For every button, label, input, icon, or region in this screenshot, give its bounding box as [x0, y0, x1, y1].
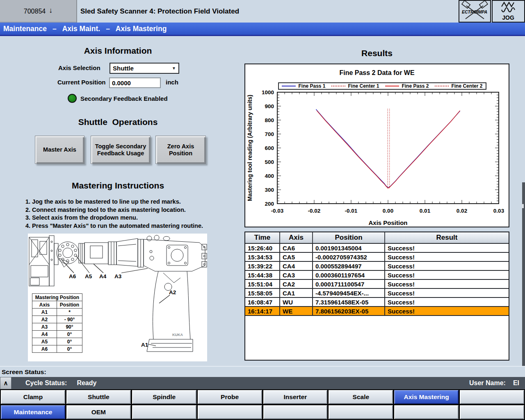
breadcrumb-axis-maint: Axis Maint.	[62, 25, 100, 33]
instruction-step: 3. Select axis from the dropdown menu.	[25, 214, 212, 222]
cycle-status-label: Cycle Status:	[25, 379, 67, 387]
secondary-feedback-label: Secondary Feedback Enabled	[80, 95, 168, 102]
result-row[interactable]: 15:39:22CA40.000552894497Success!	[245, 261, 509, 270]
mp-axis-cell: A6	[32, 345, 57, 353]
nav-empty-slot	[198, 405, 262, 419]
legend-item: Fine Center 1	[331, 83, 379, 89]
mp-position-cell: *	[57, 309, 82, 316]
mp-position-cell: 0°	[57, 331, 82, 338]
result-row[interactable]: 15:34:53CA5-0.0002705974352Success!	[245, 252, 509, 261]
toggle-secondary-feedback-button[interactable]: Toggle Secondary Feedback Usage	[91, 136, 151, 164]
result-cell: Success!	[385, 288, 509, 297]
nav-axis-mastering-button[interactable]: Axis Mastering	[394, 390, 459, 404]
master-axis-button[interactable]: Master Axis	[35, 136, 84, 164]
result-row[interactable]: 15:58:05CA1-4.579409454EX-...Success!	[245, 288, 509, 297]
result-cell: -4.579409454EX-...	[313, 288, 385, 297]
result-row[interactable]: 15:51:04CA20.0001711100547Success!	[245, 279, 509, 288]
result-cell: 15:44:38	[245, 270, 280, 279]
result-cell: 0.0001711100547	[313, 279, 385, 288]
result-cell: Success!	[385, 306, 509, 316]
result-cell: 15:34:53	[245, 252, 280, 261]
result-cell: -0.0002705974352	[313, 252, 385, 261]
nav-maintenance-button[interactable]: Maintenance	[1, 405, 65, 419]
result-row[interactable]: 15:26:40CA60.001901345004Success!	[245, 243, 509, 252]
current-position-field[interactable]: 0.0000	[109, 77, 161, 88]
mp-axis-cell: A5	[32, 338, 57, 345]
result-cell: 7.315961458EX-05	[313, 297, 385, 306]
result-cell: 16:08:47	[245, 297, 280, 306]
result-cell: 15:39:22	[245, 261, 280, 270]
screen-status-label: Screen Status:	[2, 368, 46, 376]
result-cell: Success!	[385, 261, 509, 270]
result-cell: Success!	[385, 297, 509, 306]
results-table: TimeAxisPositionResult 15:26:40CA60.0019…	[245, 232, 509, 316]
mp-row: A40°	[32, 331, 82, 338]
alarm-dropdown-arrow-icon[interactable]: ↓	[49, 6, 52, 15]
robot-diagram: KUKA A6 A5 A4 A3 A2 A1 Masterin	[28, 234, 207, 361]
y-tick-label: 800	[265, 117, 274, 123]
electroimpact-tools-button[interactable]: ECTROIMPA	[459, 0, 491, 23]
result-cell: CA6	[280, 243, 313, 252]
mp-position-header: Position	[57, 301, 82, 309]
mastering-position-title: Mastering Position	[32, 294, 82, 301]
nav-scale-button[interactable]: Scale	[329, 390, 393, 404]
axis-information-title: Axis Information	[41, 46, 195, 56]
breadcrumb-maintenance: Maintenance	[3, 25, 47, 33]
results-chart-panel: Fine Pass 2 Data for WE Fine Pass 1Fine …	[244, 64, 509, 227]
alarm-message: Sled Safety Scanner 4: Protection Field …	[80, 0, 239, 23]
nav-probe-button[interactable]: Probe	[198, 390, 262, 404]
vertical-scrollbar[interactable]	[522, 182, 525, 372]
result-row[interactable]: 16:08:47WU7.315961458EX-05Success!	[245, 297, 509, 306]
user-name-label: User Name:	[469, 379, 506, 387]
mp-axis-cell: A3	[32, 323, 57, 331]
nav-spindle-button[interactable]: Spindle	[132, 390, 196, 404]
mp-row: A390°	[32, 323, 82, 331]
bottom-nav: ClampShuttleSpindleProbeInserterScaleAxi…	[0, 389, 525, 420]
axis-mastering-screen: 700854 ↓ Sled Safety Scanner 4: Protecti…	[0, 0, 525, 420]
legend-label: Fine Pass 1	[298, 83, 325, 89]
result-row[interactable]: 15:44:38CA30.0003601197654Success!	[245, 270, 509, 279]
series-fine-pass-2	[317, 111, 460, 188]
legend-line-sample	[282, 86, 296, 86]
mp-position-cell: 90°	[57, 323, 82, 331]
nav-empty-slot	[263, 405, 328, 419]
electroimpact-logo-text: ECTROIMPA	[462, 9, 487, 14]
result-row[interactable]: 16:14:17WE7.806156203EX-05Success!	[245, 306, 509, 316]
axis-selection-dropdown[interactable]: Shuttle ▼	[110, 63, 179, 74]
x-tick-label: 0.01	[420, 208, 431, 214]
cycle-status-value: Ready	[77, 379, 96, 387]
current-position-label: Current Position	[57, 79, 106, 86]
chart-title: Fine Pass 2 Data for WE	[245, 69, 509, 77]
breadcrumb-separator: –	[106, 25, 110, 33]
mp-position-cell: 0°	[57, 338, 82, 345]
zero-axis-position-button[interactable]: Zero Axis Position	[155, 136, 206, 164]
result-cell: Success!	[385, 279, 509, 288]
nav-inserter-button[interactable]: Inserter	[263, 390, 328, 404]
nav-oem-button[interactable]: OEM	[66, 405, 131, 419]
x-tick-label: -0.02	[308, 208, 321, 214]
breadcrumb: Maintenance – Axis Maint. – Axis Masteri…	[0, 23, 525, 36]
nav-clamp-button[interactable]: Clamp	[1, 390, 65, 404]
result-cell: 0.0003601197654	[313, 270, 385, 279]
result-cell: WE	[280, 306, 313, 316]
collapse-button[interactable]: ∧	[0, 377, 11, 389]
mp-axis-cell: A1	[32, 309, 57, 316]
series-fine-pass-1	[316, 109, 460, 188]
jog-waveform-icon	[502, 2, 515, 12]
axis-label-a1: A1	[141, 342, 148, 348]
legend-label: Fine Pass 2	[402, 83, 429, 89]
mp-position-cell: 0°	[57, 345, 82, 353]
nav-empty-slot	[460, 390, 524, 404]
mastering-position-body: A1*A2- 90°A390°A40°A50°A60°	[32, 309, 82, 353]
mp-row: A1*	[32, 309, 82, 316]
nav-shuttle-button[interactable]: Shuttle	[66, 390, 131, 404]
result-cell: 0.000552894497	[313, 261, 385, 270]
breadcrumb-separator: –	[52, 25, 57, 33]
jog-mode-button[interactable]: JOG	[492, 0, 525, 23]
axis-label-a5: A5	[85, 273, 92, 279]
result-cell: CA3	[280, 270, 313, 279]
x-tick-label: -0.01	[345, 208, 358, 214]
scrollbar-thumb[interactable]	[522, 204, 524, 208]
cycle-status-bar: ∧ Cycle Status: Ready User Name: EI	[0, 377, 525, 389]
mastering-position-table: Mastering Position Axis Position A1*A2- …	[32, 293, 82, 353]
